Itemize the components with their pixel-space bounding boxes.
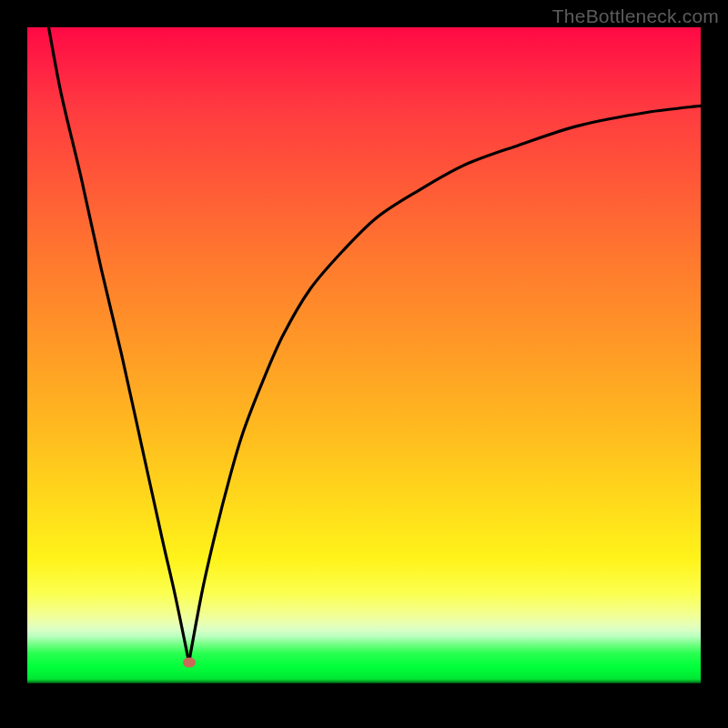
chart-frame: TheBottleneck.com	[0, 0, 728, 728]
curve-left-branch	[47, 27, 188, 662]
bottleneck-curve	[27, 27, 701, 701]
curve-right-branch	[189, 106, 701, 662]
plot-area	[27, 27, 701, 701]
watermark-text: TheBottleneck.com	[552, 5, 719, 27]
minimum-marker	[183, 657, 196, 667]
